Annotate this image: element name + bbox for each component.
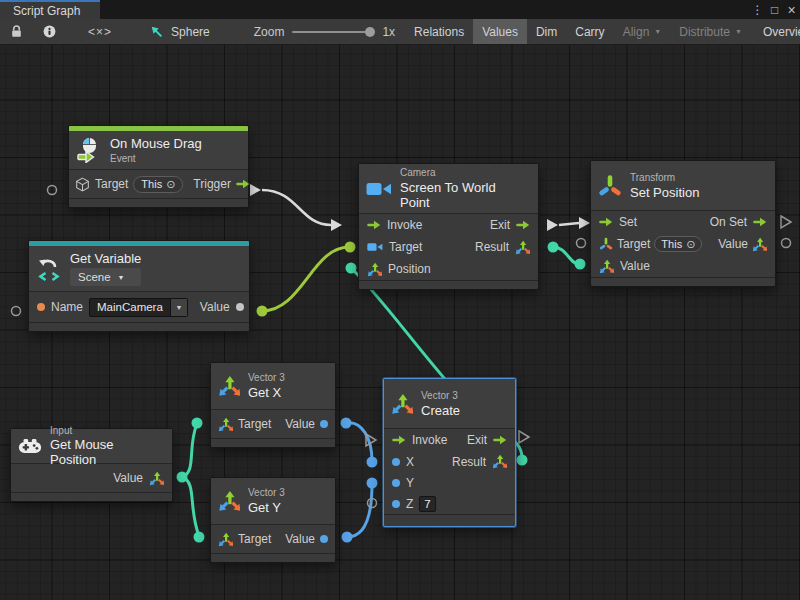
- value-out-label: Value: [718, 237, 748, 251]
- target-label: Target: [95, 177, 128, 191]
- node-footer: [11, 492, 172, 501]
- combo-dropdown-button[interactable]: ▼: [170, 299, 187, 316]
- exit-label: Exit: [467, 433, 487, 447]
- z-value-field[interactable]: 7: [419, 496, 435, 512]
- object-picker-icon[interactable]: ⊙: [166, 178, 175, 191]
- tab-title: Script Graph: [13, 4, 80, 18]
- wire-mouse-to-gety[interactable]: [182, 477, 199, 536]
- camera-result-port[interactable]: [548, 242, 559, 253]
- this-label: This: [661, 238, 682, 250]
- create-result-port[interactable]: [517, 455, 528, 466]
- window-menu-icon[interactable]: ⋮: [749, 0, 766, 19]
- window-maximize-icon[interactable]: □: [766, 0, 783, 19]
- getx-target-port[interactable]: [192, 418, 203, 429]
- x-port[interactable]: [392, 458, 400, 466]
- node-title: Set Position: [630, 185, 699, 200]
- z-port[interactable]: [392, 500, 400, 508]
- values-button[interactable]: Values: [473, 19, 527, 44]
- trigger-output-marker[interactable]: [250, 184, 261, 196]
- getx-value-port[interactable]: [341, 418, 352, 429]
- distribute-button[interactable]: Distribute ▼: [670, 19, 751, 44]
- value-port[interactable]: [236, 303, 244, 311]
- node-get-mouse-position[interactable]: Input Get Mouse Position Value: [10, 428, 173, 502]
- variable-value-port[interactable]: [257, 306, 268, 317]
- name-port[interactable]: [37, 303, 45, 311]
- camera-position-port[interactable]: [346, 263, 357, 274]
- code-view-button[interactable]: <×>: [66, 19, 134, 44]
- wire-exit-to-set[interactable]: [559, 223, 579, 225]
- mouse-value-port[interactable]: [177, 472, 188, 483]
- onset-output-marker[interactable]: [781, 216, 791, 228]
- info-button[interactable]: [33, 19, 66, 44]
- vector3-icon: [492, 454, 507, 469]
- distribute-label: Distribute: [679, 25, 730, 39]
- flow-arrow-icon: [516, 220, 530, 230]
- breadcrumb[interactable]: Sphere: [134, 19, 222, 44]
- graph-canvas[interactable]: On Mouse Drag Event Target This ⊙ Trigge…: [0, 45, 800, 600]
- omd-target-port[interactable]: [48, 186, 57, 195]
- node-kind: Vector 3: [421, 390, 460, 401]
- this-target-pill[interactable]: This ⊙: [133, 176, 183, 193]
- node-kind: Transform: [630, 172, 699, 183]
- zoom-control: Zoom 1x: [244, 19, 405, 44]
- flow-arrow-icon: [392, 435, 406, 445]
- tab-script-graph[interactable]: Script Graph: [0, 0, 100, 19]
- lock-icon: [9, 24, 24, 39]
- gety-value-port[interactable]: [342, 532, 353, 543]
- overview-button[interactable]: Overview: [754, 19, 800, 44]
- relations-button[interactable]: Relations: [405, 19, 473, 44]
- this-target-pill[interactable]: This ⊙: [654, 236, 702, 252]
- carry-button[interactable]: Carry: [566, 19, 613, 44]
- graph-breadcrumb-icon: [150, 25, 164, 39]
- flow-arrow-icon: [599, 217, 613, 227]
- setposition-valueout-port[interactable]: [782, 239, 791, 248]
- wire-variable-to-target[interactable]: [262, 247, 349, 311]
- variable-name-combo[interactable]: MainCamera ▼: [89, 298, 188, 317]
- wire-mouse-to-getx[interactable]: [182, 424, 197, 477]
- camera-icon: [366, 181, 392, 197]
- node-get-variable[interactable]: Get Variable Scene ▼ Name MainCamera ▼ V…: [28, 240, 250, 332]
- node-title: Create: [421, 403, 460, 418]
- create-x-port[interactable]: [367, 457, 378, 468]
- node-title: Get X: [248, 385, 285, 400]
- node-kind: Input: [50, 425, 162, 436]
- create-y-port[interactable]: [367, 478, 378, 489]
- node-vector3-create[interactable]: Vector 3 Create Invoke Exit X Result: [383, 378, 516, 527]
- object-picker-icon[interactable]: ⊙: [686, 238, 695, 251]
- target-label: Target: [238, 532, 271, 546]
- scope-label: Scene: [78, 271, 111, 283]
- node-footer: [359, 280, 538, 289]
- value-port[interactable]: [320, 535, 328, 543]
- getvar-input-port[interactable]: [12, 307, 21, 316]
- y-port[interactable]: [392, 479, 400, 487]
- set-input-marker[interactable]: [579, 217, 590, 229]
- zoom-slider-track[interactable]: [292, 31, 374, 33]
- wire-getx-to-create-x[interactable]: [346, 423, 372, 461]
- exit-output-marker[interactable]: [547, 219, 558, 231]
- node-vector3-get-y[interactable]: Vector 3 Get Y Target Value: [210, 477, 336, 563]
- value-port[interactable]: [320, 420, 328, 428]
- create-exit-marker[interactable]: [519, 431, 529, 443]
- dim-button[interactable]: Dim: [527, 19, 566, 44]
- window-close-icon[interactable]: ×: [783, 0, 800, 19]
- camera-target-port[interactable]: [345, 242, 356, 253]
- setposition-value-port[interactable]: [575, 259, 586, 270]
- align-label: Align: [623, 25, 650, 39]
- node-set-position[interactable]: Transform Set Position Set On Set Target…: [590, 160, 776, 287]
- node-on-mouse-drag[interactable]: On Mouse Drag Event Target This ⊙ Trigge…: [68, 125, 249, 208]
- camera-icon: [367, 242, 383, 252]
- gety-target-port[interactable]: [194, 532, 205, 543]
- node-screen-to-world-point[interactable]: Camera Screen To World Point Invoke Exit…: [358, 163, 539, 290]
- lock-button[interactable]: [0, 19, 33, 44]
- invoke-input-marker[interactable]: [331, 219, 342, 231]
- zoom-slider-handle[interactable]: [365, 27, 375, 37]
- gameobject-cube-icon: [75, 177, 90, 192]
- node-vector3-get-x[interactable]: Vector 3 Get X Target Value: [210, 362, 336, 448]
- variable-scope-dropdown[interactable]: Scene ▼: [70, 268, 141, 286]
- setposition-target-port[interactable]: [577, 239, 586, 248]
- wire-gety-to-create-y[interactable]: [347, 484, 372, 537]
- wire-trigger-to-invoke[interactable]: [262, 190, 331, 225]
- align-button[interactable]: Align ▼: [614, 19, 671, 44]
- this-label: This: [141, 178, 162, 190]
- vector3-icon: [515, 240, 530, 255]
